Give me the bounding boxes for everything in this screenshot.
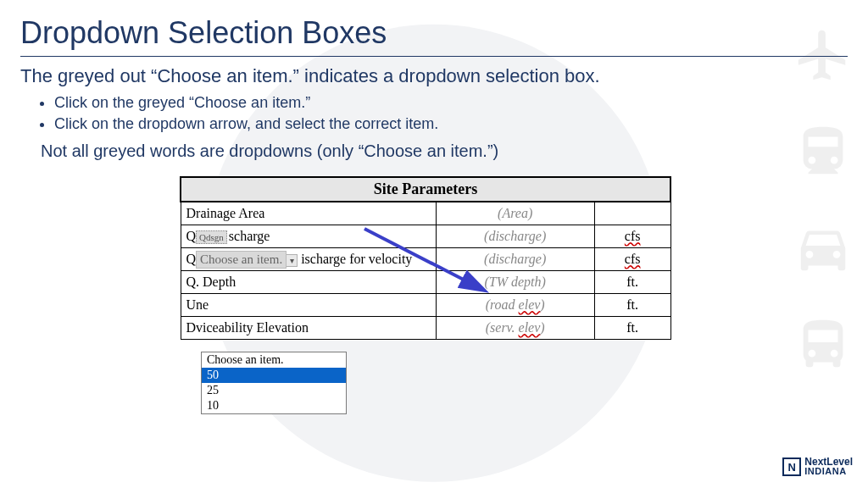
intro-text: The greyed out “Choose an item.” indicat… [20, 65, 848, 87]
dropdown-option[interactable]: Choose an item. [202, 352, 346, 368]
svg-line-0 [364, 229, 483, 290]
field-tag: Qdsgn [196, 230, 227, 244]
nextlevel-indiana-logo: N NextLevel INDIANA [782, 458, 853, 476]
pointer-arrow-icon [356, 220, 509, 308]
page-title: Dropdown Selection Boxes [20, 15, 848, 51]
note-text: Not all greyed words are dropdowns (only… [41, 141, 848, 161]
bullet-list: Click on the greyed “Choose an item.” Cl… [54, 94, 848, 133]
dropdown-field[interactable]: Choose an item. [196, 251, 287, 269]
table-row: Dviceability Elevation (serv. elev) ft. [181, 317, 670, 340]
dropdown-option-selected[interactable]: 50 [202, 368, 346, 383]
chevron-down-icon[interactable]: ▾ [286, 254, 298, 267]
bullet-item: Click on the greyed “Choose an item.” [54, 94, 848, 112]
bullet-item: Click on the dropdown arrow, and select … [54, 115, 848, 133]
table-header: Site Parameters [181, 177, 670, 202]
dropdown-option[interactable]: 10 [202, 398, 346, 413]
dropdown-option[interactable]: 25 [202, 383, 346, 398]
title-rule [20, 56, 848, 57]
dropdown-menu[interactable]: Choose an item. 50 25 10 [201, 352, 347, 414]
logo-mark-icon: N [782, 458, 801, 476]
